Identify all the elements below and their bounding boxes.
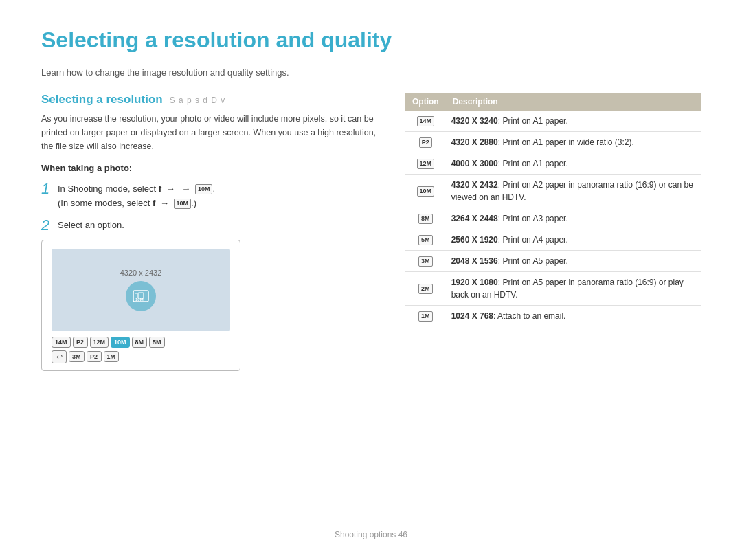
table-row: 8M 3264 X 2448: Print on A3 paper. [405, 208, 701, 229]
right-column: Option Description 14M 4320 X 3240: Prin… [405, 93, 701, 326]
table-icon-cell: 1M [405, 306, 446, 327]
resolution-icon-label: 1M [418, 311, 433, 322]
page-title: Selecting a resolution and quality [41, 27, 701, 60]
menu-btn-5m[interactable]: 5M [149, 337, 165, 348]
menu-btn-10m[interactable]: 10M [111, 337, 130, 348]
table-row: 3M 2048 X 1536: Print on A5 paper. [405, 251, 701, 272]
section-subtitle-code: S a p s d D v [170, 96, 226, 105]
resolution-icon-label: 14M [417, 116, 435, 127]
table-icon-cell: 14M [405, 111, 446, 132]
camera-screen-mockup: 4320 x 2432 10M 14M P2 12M 10M 8M [41, 240, 240, 371]
table-desc-cell: 4320 X 2432: Print on A2 paper in panora… [446, 175, 701, 208]
footer: Shooting options 46 [0, 530, 742, 539]
resolution-icon-label: 10M [417, 186, 435, 197]
resolution-icon-label: 5M [418, 235, 433, 246]
menu-btn-8m[interactable]: 8M [132, 337, 148, 348]
table-icon-cell: 10M [405, 175, 446, 208]
table-icon-cell: 2M [405, 272, 446, 306]
section-title: Selecting a resolution S a p s d D v [41, 93, 378, 107]
table-desc-cell: 2048 X 1536: Print on A5 paper. [446, 251, 701, 272]
menu-btn-3m[interactable]: 3M [69, 351, 85, 362]
section-title-text: Selecting a resolution [41, 93, 163, 107]
table-desc-cell: 1024 X 768: Attach to an email. [446, 306, 701, 327]
svg-text:10M: 10M [135, 298, 144, 302]
left-column: Selecting a resolution S a p s d D v As … [41, 93, 378, 371]
table-icon-cell: 12M [405, 153, 446, 175]
resolution-table: Option Description 14M 4320 X 3240: Prin… [405, 93, 701, 326]
menu-btn-1m[interactable]: 1M [104, 351, 120, 362]
table-icon-cell: 8M [405, 208, 446, 229]
table-row: 14M 4320 X 3240: Print on A1 paper. [405, 111, 701, 132]
menu-btn-14m[interactable]: 14M [52, 337, 71, 348]
back-button[interactable]: ↩ [52, 350, 67, 363]
table-row: 2M 1920 X 1080: Print on A5 paper in pan… [405, 272, 701, 306]
table-row: 10M 4320 X 2432: Print on A2 paper in pa… [405, 175, 701, 208]
table-row: 1M 1024 X 768: Attach to an email. [405, 306, 701, 327]
table-icon-cell: 5M [405, 229, 446, 251]
resolution-icon: 10M [132, 287, 150, 305]
table-icon-cell: 3M [405, 251, 446, 272]
col-header-option: Option [405, 93, 446, 111]
resolution-icon-label: 12M [417, 159, 435, 170]
camera-preview: 4320 x 2432 10M [52, 249, 230, 331]
when-taking-label: When taking a photo: [41, 163, 378, 173]
table-desc-cell: 4320 X 3240: Print on A1 paper. [446, 111, 701, 132]
table-desc-cell: 2560 X 1920: Print on A4 paper. [446, 229, 701, 251]
col-header-description: Description [446, 93, 701, 111]
menu-bar-row1: 14M P2 12M 10M 8M 5M [52, 337, 230, 348]
table-desc-cell: 4000 X 3000: Print on A1 paper. [446, 153, 701, 175]
resolution-icon-label: 2M [418, 284, 433, 295]
section-body-text: As you increase the resolution, your pho… [41, 112, 378, 153]
menu-bar-row2: ↩ 3M P2 1M [52, 350, 230, 363]
resolution-icon-label: 8M [418, 214, 433, 225]
page-subtitle: Learn how to change the image resolution… [41, 67, 701, 78]
table-desc-cell: 3264 X 2448: Print on A3 paper. [446, 208, 701, 229]
step-2: 2 Select an option. [41, 216, 378, 234]
table-desc-cell: 4320 X 2880: Print on A1 paper in wide r… [446, 132, 701, 153]
resolution-icon-label: 3M [418, 256, 433, 267]
table-row: P2 4320 X 2880: Print on A1 paper in wid… [405, 132, 701, 153]
menu-btn-12m[interactable]: 12M [90, 337, 109, 348]
menu-btn-p2-wide[interactable]: P2 [73, 337, 88, 348]
camera-resolution-label: 4320 x 2432 [120, 269, 162, 277]
table-icon-cell: P2 [405, 132, 446, 153]
table-row: 5M 2560 X 1920: Print on A4 paper. [405, 229, 701, 251]
table-row: 12M 4000 X 3000: Print on A1 paper. [405, 153, 701, 175]
step-1: 1 In Shooting mode, select f → → 10M. (I… [41, 180, 378, 211]
camera-icon-circle: 10M [126, 281, 156, 311]
resolution-icon-label: P2 [419, 137, 432, 148]
menu-btn-p2-small[interactable]: P2 [87, 351, 102, 362]
table-desc-cell: 1920 X 1080: Print on A5 paper in panora… [446, 272, 701, 306]
